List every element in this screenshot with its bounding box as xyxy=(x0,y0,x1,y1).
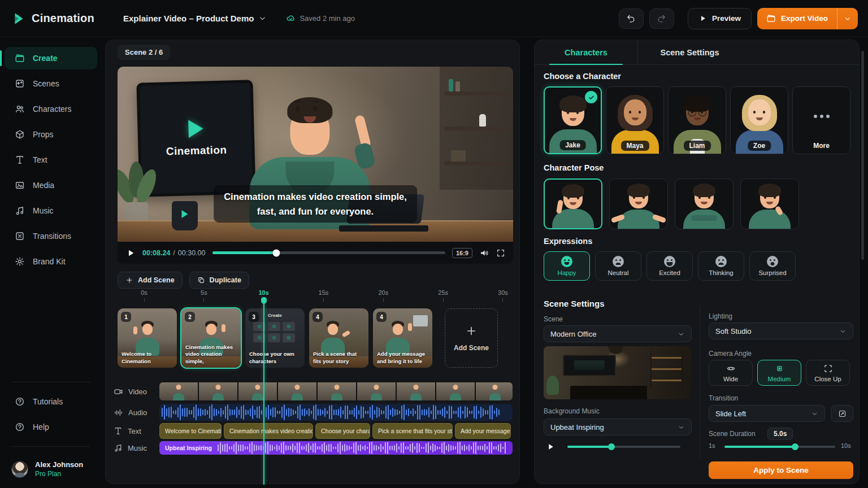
fullscreen-icon[interactable] xyxy=(496,249,505,258)
sidebar-item-scenes[interactable]: Scenes xyxy=(5,72,97,95)
volume-fill xyxy=(567,446,611,448)
text-clip[interactable]: Add your message and... xyxy=(455,423,511,439)
music-volume-slider[interactable] xyxy=(567,446,680,448)
edit-transition-icon xyxy=(838,409,847,418)
sidebar-item-transitions[interactable]: Transitions xyxy=(5,225,97,247)
character-list: Jake Maya Liam Zoe More xyxy=(544,86,850,154)
expression-surprised[interactable]: Surprised xyxy=(749,251,796,281)
music-track-clip[interactable]: Upbeat Inspiring xyxy=(159,441,513,455)
transition-edit-button[interactable] xyxy=(831,405,853,422)
music-track-label: Music xyxy=(114,443,159,452)
video-track-lane[interactable] xyxy=(159,382,513,400)
sidebar-item-label: Tutorials xyxy=(33,397,63,406)
add-scene-tile[interactable]: Add Scene xyxy=(445,308,498,368)
app-root: Cinemation Explainer Video – Product Dem… xyxy=(0,0,868,488)
camera-wide-button[interactable]: Wide xyxy=(709,360,753,386)
scene-duration-slider[interactable] xyxy=(724,446,835,448)
audio-track-lane[interactable] xyxy=(159,404,513,421)
sidebar-item-media[interactable]: Media xyxy=(5,174,97,197)
scene-duration-value[interactable]: 5.0s xyxy=(767,428,793,440)
panel-scrollbar[interactable] xyxy=(861,51,864,260)
background-music-label: Background Music xyxy=(544,407,600,415)
character-card-more[interactable]: More xyxy=(792,86,850,154)
export-video-button[interactable]: Export Video xyxy=(757,14,837,23)
camera-medium-button[interactable]: Medium xyxy=(757,360,801,386)
sidebar-item-characters[interactable]: Characters xyxy=(5,98,97,120)
topbar-actions: Preview Export Video xyxy=(619,8,868,29)
expression-thinking[interactable]: Thinking xyxy=(698,251,744,281)
duplicate-button[interactable]: Duplicate xyxy=(189,272,249,289)
volume-icon[interactable] xyxy=(479,248,489,258)
apply-to-scene-button[interactable]: Apply to Scene xyxy=(709,461,853,479)
expression-neutral[interactable]: Neutral xyxy=(595,251,641,281)
sidebar-item-label: Brand Kit xyxy=(33,257,66,266)
music-play-button[interactable] xyxy=(546,442,555,451)
chevron-down-icon xyxy=(678,330,685,338)
question-circle-icon xyxy=(15,396,25,407)
scene-caption: Choose your own characters xyxy=(249,351,302,365)
scene-select[interactable]: Modern Office xyxy=(544,325,692,342)
character-card-liam[interactable]: Liam xyxy=(668,86,726,154)
character-card-jake[interactable]: Jake xyxy=(544,86,602,154)
sidebar-item-create[interactable]: Create xyxy=(5,47,97,69)
audio-bars-icon xyxy=(114,408,123,417)
text-clip[interactable]: Choose your characters xyxy=(315,423,370,439)
pose-card-pointing[interactable] xyxy=(544,178,602,229)
ellipsis-icon xyxy=(820,115,823,118)
sidebar-item-props[interactable]: Props xyxy=(5,123,97,146)
camera-closeup-button[interactable]: Close Up xyxy=(806,360,850,386)
volume-handle[interactable] xyxy=(608,443,615,450)
text-clip[interactable]: Cinemation makes video creation... xyxy=(224,423,313,439)
export-options-caret[interactable] xyxy=(837,8,858,29)
timeline-ruler[interactable]: 0s 5s 10s 15s 20s 25s 30s xyxy=(133,289,514,302)
scene-thumbnail-2-selected[interactable]: 2 Cinemation makes video creation simple… xyxy=(181,308,241,368)
tab-characters[interactable]: Characters xyxy=(535,40,638,64)
scene-thumbnail-3[interactable]: 3 Create Choose your own characters xyxy=(245,308,305,368)
duration-handle[interactable] xyxy=(792,443,798,450)
sidebar-item-music[interactable]: Music xyxy=(5,199,97,222)
music-clip-label: Upbeat Inspiring xyxy=(165,445,212,451)
pose-card-thinking[interactable] xyxy=(740,178,799,229)
scene-thumbnail-1[interactable]: 1 Welcome to Cinemation xyxy=(118,308,177,368)
user-name: Alex Johnson xyxy=(35,460,83,469)
lighting-select[interactable]: Soft Studio xyxy=(709,323,853,339)
aspect-ratio-badge[interactable]: 16:9 xyxy=(452,248,472,258)
sidebar-item-help[interactable]: Help xyxy=(5,416,97,438)
transition-select[interactable]: Slide Left xyxy=(709,405,825,422)
progress-handle[interactable] xyxy=(272,249,280,256)
project-title-dropdown[interactable]: Explainer Video – Product Demo xyxy=(123,14,267,23)
transition-label: Transition xyxy=(709,394,738,402)
user-profile[interactable]: Alex Johnson Pro Plan xyxy=(0,455,102,480)
preview-button[interactable]: Preview xyxy=(688,8,752,29)
pose-card-open-arms[interactable] xyxy=(609,178,668,229)
subtitle-caption: Cinemation makes video creation simple, … xyxy=(214,185,417,223)
sidebar-item-tutorials[interactable]: Tutorials xyxy=(5,390,97,413)
character-card-maya[interactable]: Maya xyxy=(606,86,664,154)
character-name: Liam xyxy=(683,141,710,151)
play-button[interactable] xyxy=(125,248,136,258)
expression-happy[interactable]: Happy xyxy=(544,251,590,281)
expression-excited[interactable]: Excited xyxy=(646,251,693,281)
text-clip[interactable]: Pick a scene that fits your story xyxy=(372,423,453,439)
selected-check-icon xyxy=(585,91,597,103)
sidebar-item-text[interactable]: Text xyxy=(5,149,97,171)
scene-thumbnail-5[interactable]: 4 Add your message and bring it to life xyxy=(373,308,432,368)
playback-progress-bar[interactable] xyxy=(212,251,445,254)
cloud-saved-icon xyxy=(286,14,296,23)
time-separator: / xyxy=(173,249,175,257)
editor-panel: Scene 2 / 6 Cinemation xyxy=(105,40,520,484)
background-music-select[interactable]: Upbeat Inspiring xyxy=(544,419,692,435)
redo-button[interactable] xyxy=(649,8,674,29)
text-clip[interactable]: Welcome to Cinemation xyxy=(159,423,222,439)
sidebar-item-brand-kit[interactable]: Brand Kit xyxy=(5,250,97,273)
tab-scene-settings[interactable]: Scene Settings xyxy=(638,40,741,64)
character-card-zoe[interactable]: Zoe xyxy=(730,86,788,154)
add-scene-button[interactable]: Add Scene xyxy=(118,272,183,289)
plus-icon xyxy=(465,325,478,337)
scene-thumbnail-4[interactable]: 4 Pick a scene that fits your story xyxy=(309,308,368,368)
pose-card-arms-crossed[interactable] xyxy=(675,178,734,229)
undo-button[interactable] xyxy=(619,8,644,29)
scene-number: 4 xyxy=(313,312,323,322)
progress-fill xyxy=(212,251,276,254)
ruler-tick: 25s xyxy=(432,289,454,302)
